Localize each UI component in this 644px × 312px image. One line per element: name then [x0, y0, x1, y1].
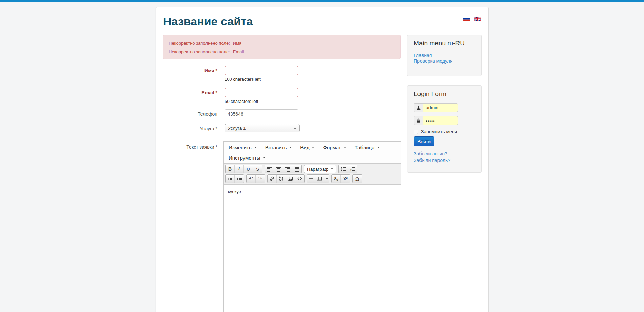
name-label: Имя * [163, 66, 217, 73]
service-selected-option: Услуга 1 [228, 126, 246, 131]
chevron-down-icon [331, 168, 333, 170]
omega-icon: Ω [355, 176, 359, 182]
service-select[interactable]: Услуга 1 [225, 124, 300, 132]
align-center-button[interactable] [274, 165, 283, 173]
forgot-login-link[interactable]: Забыли логин? [414, 151, 475, 157]
chevron-down-icon [377, 147, 380, 148]
name-input[interactable] [225, 66, 298, 75]
alert-message-text: Некорректно заполнено поле: [169, 39, 230, 48]
undo-icon: ↶ [249, 176, 253, 181]
strikethrough-button[interactable]: S [253, 165, 262, 173]
username-input[interactable] [423, 103, 458, 112]
bold-button[interactable]: B [226, 165, 235, 173]
remember-me-checkbox[interactable] [414, 130, 418, 134]
outdent-button[interactable] [226, 175, 235, 183]
italic-icon: I [238, 166, 240, 172]
login-button[interactable]: Войти [414, 136, 434, 146]
numbered-list-icon: 12 [350, 166, 355, 172]
lock-icon [416, 118, 421, 123]
undo-button[interactable]: ↶ [247, 175, 256, 183]
bullet-list-button[interactable] [339, 165, 348, 173]
underline-icon: U [247, 167, 250, 172]
numbered-list-button[interactable]: 12 [348, 165, 357, 173]
user-icon [416, 105, 421, 110]
name-field-row: Имя * 100 characters left [163, 66, 298, 82]
horizontal-rule-icon [309, 176, 314, 181]
insert-image-button[interactable] [286, 175, 295, 183]
remember-me-label: Запомнить меня [421, 129, 457, 134]
bullet-list-icon [340, 166, 346, 172]
chevron-down-icon [294, 128, 296, 129]
main-menu-panel: Main menu ru-RU Главная Проверка модуля [407, 35, 482, 76]
unlink-icon [278, 176, 284, 181]
italic-button[interactable]: I [235, 165, 244, 173]
menu-view[interactable]: Вид [297, 143, 317, 152]
service-label: Услуга * [163, 124, 217, 131]
bold-icon: B [228, 166, 232, 172]
request-text-field-row: Текст заявки * Изменить Вставить Вид Фор… [163, 141, 401, 312]
email-input[interactable] [225, 88, 298, 97]
login-form-panel: Login Form Запомнить меня Войти Забыли л… [407, 85, 482, 173]
english-flag-icon[interactable] [474, 16, 481, 22]
email-field-row: Email * 50 characters left [163, 88, 298, 104]
alert-message: Некорректно заполнено поле:Имя [169, 39, 395, 48]
request-text-label: Текст заявки * [163, 141, 217, 150]
special-character-button[interactable]: Ω [353, 175, 362, 183]
main-menu-title: Main menu ru-RU [414, 40, 475, 50]
service-field-row: Услуга * Услуга 1 [163, 124, 300, 132]
superscript-button[interactable]: X2 [341, 175, 350, 183]
menu-edit[interactable]: Изменить [226, 143, 259, 152]
chevron-down-icon [326, 178, 328, 179]
sidebar-item-home[interactable]: Главная [414, 53, 475, 58]
name-chars-counter: 100 characters left [225, 77, 298, 82]
redo-button[interactable]: ↷ [256, 175, 265, 183]
phone-field-row: Телефон [163, 109, 298, 118]
superscript-icon: X2 [343, 176, 347, 181]
sidebar-item-module-check[interactable]: Проверка модуля [414, 58, 475, 64]
insert-table-button[interactable] [316, 175, 329, 183]
editor-toolbar: B I U S Параграф [224, 164, 401, 185]
phone-label: Телефон [163, 109, 217, 117]
remember-me-row: Запомнить меня [414, 129, 475, 134]
chevron-down-icon [344, 147, 346, 148]
horizontal-rule-button[interactable] [307, 175, 316, 183]
align-left-icon [267, 166, 272, 172]
alert-field-name: Имя [233, 39, 241, 48]
insert-link-button[interactable] [268, 175, 277, 183]
align-justify-button[interactable] [292, 165, 301, 173]
password-input-group [414, 116, 458, 125]
editor-content-area[interactable]: куекуе [224, 185, 401, 312]
username-addon [414, 103, 423, 112]
subscript-icon: X2 [334, 176, 338, 181]
phone-input[interactable] [225, 109, 298, 118]
login-form-title: Login Form [414, 90, 475, 100]
email-label: Email * [163, 88, 217, 95]
redo-icon: ↷ [258, 176, 262, 181]
chevron-down-icon [254, 147, 257, 148]
menu-format[interactable]: Формат [320, 143, 349, 152]
source-code-button[interactable] [295, 175, 304, 183]
username-input-group [414, 103, 458, 112]
remove-link-button[interactable] [277, 175, 286, 183]
image-icon [288, 176, 293, 181]
menu-insert[interactable]: Вставить [262, 143, 295, 152]
align-left-button[interactable] [265, 165, 274, 173]
chevron-down-icon [263, 157, 266, 158]
underline-button[interactable]: U [244, 165, 253, 173]
russian-flag-icon[interactable] [463, 16, 470, 22]
chevron-down-icon [312, 147, 314, 148]
top-accent-bar [0, 0, 644, 2]
password-input[interactable] [423, 116, 458, 125]
paragraph-format-select[interactable]: Параграф [304, 165, 336, 173]
indent-icon [237, 176, 242, 181]
subscript-button[interactable]: X2 [332, 175, 341, 183]
forgot-password-link[interactable]: Забыли пароль? [414, 157, 475, 164]
alert-message-text: Некорректно заполнено поле: [169, 48, 230, 56]
indent-button[interactable] [235, 175, 244, 183]
menu-tools[interactable]: Инструменты [226, 153, 268, 162]
alert-message: Некорректно заполнено поле:Email [169, 48, 395, 56]
menu-table[interactable]: Таблица [352, 143, 383, 152]
align-right-button[interactable] [283, 165, 292, 173]
paragraph-format-value: Параграф [307, 167, 328, 172]
page-title: Название сайта [163, 15, 253, 28]
